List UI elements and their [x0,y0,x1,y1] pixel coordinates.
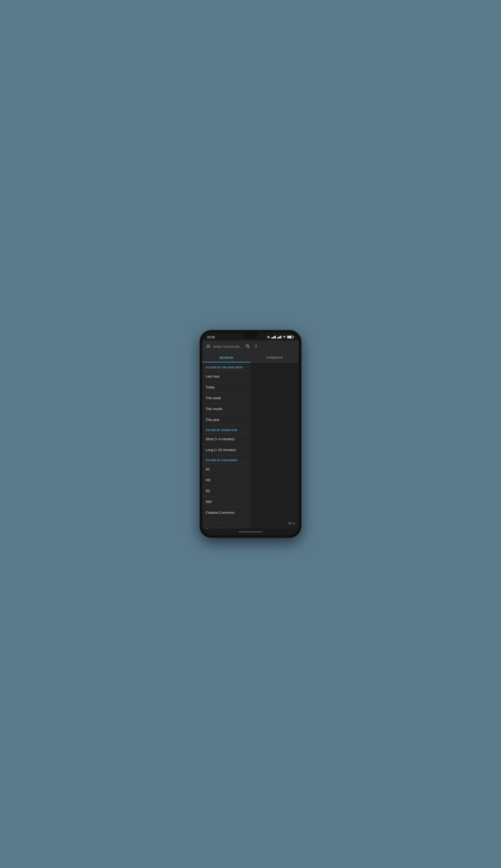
signal-icon-2 [277,336,281,339]
phone-frame: 23:35 [200,330,301,538]
filter-duration-title: FILTER BY DURATION [202,425,250,433]
tabs-row: SEARCH FORMATS [202,353,299,363]
filter-3d[interactable]: 3D [202,485,250,496]
signal-icon [271,336,276,339]
menu-icon[interactable] [206,344,211,350]
top-bar-icons [245,344,259,350]
filter-creative-commons[interactable]: Creative Commons [202,507,250,518]
tab-formats[interactable]: FORMATS [250,353,299,362]
phone-screen: 23:35 [202,333,299,535]
notch [243,333,258,338]
tab-search[interactable]: SEARCH [202,353,250,362]
filter-last-hour[interactable]: Last hour [202,371,250,382]
filter-this-week[interactable]: This week [202,393,250,404]
more-options-icon[interactable] [253,344,259,350]
home-bar [238,532,263,532]
status-icons: 77 [267,335,294,339]
svg-rect-1 [293,336,294,338]
filter-short[interactable]: Short (< 4 minutes) [202,434,250,444]
spacer [202,518,250,523]
search-icon[interactable] [245,344,250,350]
filter-4k[interactable]: 4K [202,464,250,475]
filter-features-title: FILTER BY FEATURES [202,456,250,464]
search-placeholder[interactable]: enter keywords... [213,344,243,349]
filter-this-month[interactable]: This month [202,404,250,415]
wifi-icon [282,335,286,339]
top-bar: enter keywords... [202,341,299,353]
filter-this-year[interactable]: This year [202,415,250,425]
status-time: 23:35 [207,335,215,339]
mute-icon [267,335,270,339]
filter-hd[interactable]: HD [202,475,250,485]
save-results-button[interactable]: Save results [202,523,250,528]
no-entries-text: No e [286,519,297,527]
home-indicator [202,528,299,535]
right-panel: No e [250,363,299,528]
filter-long[interactable]: Long (> 20 minutes) [202,444,250,456]
battery-icon: 77 [287,335,294,339]
svg-text:77: 77 [288,336,290,338]
filter-upload-date-title: FILTER BY UPLOAD DATE [202,363,250,371]
filter-360[interactable]: 360° [202,496,250,507]
filter-today[interactable]: Today [202,382,250,393]
left-panel: FILTER BY UPLOAD DATE Last hour Today Th… [202,363,250,528]
content-area: FILTER BY UPLOAD DATE Last hour Today Th… [202,363,299,528]
